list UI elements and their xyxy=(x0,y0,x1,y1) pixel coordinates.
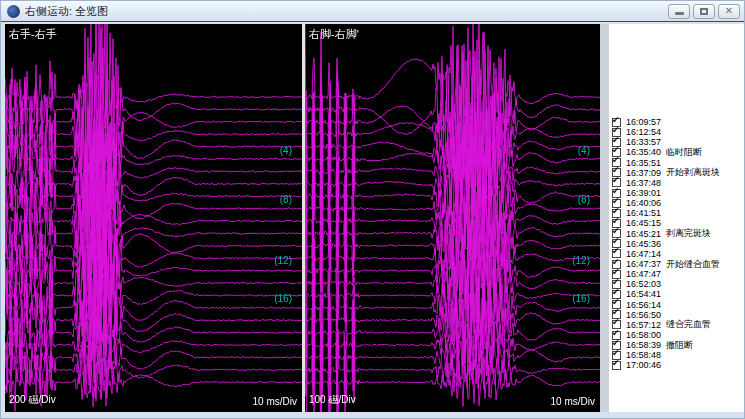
restore-button[interactable] xyxy=(693,4,715,19)
waveform-canvas-right-foot xyxy=(305,24,600,412)
event-note: 缝合完血管 xyxy=(666,318,711,331)
event-note: 剥离完斑块 xyxy=(666,227,711,240)
event-time: 16:45:21 xyxy=(626,229,661,239)
event-item[interactable]: ✔16:47:47 xyxy=(612,269,744,279)
event-time: 16:56:14 xyxy=(626,300,661,310)
event-time: 16:39:01 xyxy=(626,188,661,198)
event-note: 撤阻断 xyxy=(666,339,693,352)
panel-title: 右手-右手 xyxy=(9,27,57,42)
event-time: 16:12:54 xyxy=(626,127,661,137)
trace-count-label: (16) xyxy=(274,293,292,304)
event-item[interactable]: ✔16:40:06 xyxy=(612,198,744,208)
event-item[interactable]: ✔16:58:48 xyxy=(612,350,744,360)
event-item[interactable]: ✔16:37:48 xyxy=(612,178,744,188)
amplitude-scale-label: 100 礠/Div xyxy=(309,393,356,407)
event-time: 16:45:36 xyxy=(626,239,661,249)
event-checkbox[interactable]: ✔ xyxy=(612,361,621,370)
event-time: 16:54:41 xyxy=(626,289,661,299)
event-time: 16:41:51 xyxy=(626,208,661,218)
event-time: 16:58:48 xyxy=(626,350,661,360)
event-item[interactable]: ✔16:45:21剥离完斑块 xyxy=(612,229,744,239)
event-time: 16:37:09 xyxy=(626,168,661,178)
event-time: 16:09:57 xyxy=(626,117,661,127)
app-window: 右侧运动: 全览图 ✕ 右手-右手 200 礠/Div 10 ms/Div (4… xyxy=(0,0,745,419)
trace-count-label: (4) xyxy=(578,145,590,156)
close-button[interactable]: ✕ xyxy=(718,4,740,19)
app-icon xyxy=(7,5,20,18)
event-item[interactable]: ✔16:58:39撤阻断 xyxy=(612,340,744,350)
waveform-panel-right-foot: 右脚-右脚' 100 礠/Div 10 ms/Div (4)(8)(12)(16… xyxy=(305,24,600,412)
trace-count-label: (4) xyxy=(280,145,292,156)
event-time: 16:58:39 xyxy=(626,340,661,350)
waveform-canvas-right-hand xyxy=(5,24,302,412)
restore-icon xyxy=(700,8,708,15)
event-time: 16:58:00 xyxy=(626,330,661,340)
event-item[interactable]: ✔17:00:46 xyxy=(612,360,744,370)
event-time: 17:00:46 xyxy=(626,360,661,370)
event-item[interactable]: ✔16:35:40临时阻断 xyxy=(612,147,744,157)
event-item[interactable]: ✔16:41:51 xyxy=(612,208,744,218)
panel-title: 右脚-右脚' xyxy=(309,27,359,42)
window-title: 右侧运动: 全览图 xyxy=(25,4,108,19)
event-item[interactable]: ✔16:52:03 xyxy=(612,279,744,289)
event-note: 临时阻断 xyxy=(666,146,702,159)
event-item[interactable]: ✔16:57:12缝合完血管 xyxy=(612,320,744,330)
event-time: 16:56:50 xyxy=(626,310,661,320)
title-bar[interactable]: 右侧运动: 全览图 ✕ xyxy=(1,1,744,21)
panel-sidebar-gap xyxy=(600,24,609,412)
trace-count-label: (8) xyxy=(578,194,590,205)
event-item[interactable]: ✔16:54:41 xyxy=(612,289,744,299)
waveform-panel-right-hand: 右手-右手 200 礠/Div 10 ms/Div (4)(8)(12)(16) xyxy=(5,24,302,412)
event-time: 16:47:37 xyxy=(626,259,661,269)
event-item[interactable]: ✔16:09:57 xyxy=(612,117,744,127)
minimize-icon xyxy=(675,12,684,15)
event-time: 16:57:12 xyxy=(626,320,661,330)
time-scale-label: 10 ms/Div xyxy=(551,396,595,407)
event-item[interactable]: ✔16:12:54 xyxy=(612,127,744,137)
trace-count-label: (8) xyxy=(280,194,292,205)
event-time: 16:37:48 xyxy=(626,178,661,188)
event-time: 16:35:40 xyxy=(626,147,661,157)
event-item[interactable]: ✔16:37:09开始剥离斑块 xyxy=(612,168,744,178)
minimize-button[interactable] xyxy=(668,4,690,19)
event-time: 16:40:06 xyxy=(626,198,661,208)
event-item[interactable]: ✔16:56:14 xyxy=(612,300,744,310)
time-scale-label: 10 ms/Div xyxy=(253,396,297,407)
event-time: 16:33:57 xyxy=(626,137,661,147)
event-time: 16:47:47 xyxy=(626,269,661,279)
event-note: 开始缝合血管 xyxy=(666,258,720,271)
event-list: ✔16:09:57✔16:12:54✔16:33:57✔16:35:40临时阻断… xyxy=(609,24,744,371)
client-area: 右手-右手 200 礠/Div 10 ms/Div (4)(8)(12)(16)… xyxy=(1,21,744,418)
close-icon: ✕ xyxy=(725,6,733,16)
event-time: 16:52:03 xyxy=(626,279,661,289)
event-time: 16:47:14 xyxy=(626,249,661,259)
event-note: 开始剥离斑块 xyxy=(666,166,720,179)
event-item[interactable]: ✔16:45:36 xyxy=(612,239,744,249)
event-time: 16:35:51 xyxy=(626,158,661,168)
trace-count-label: (16) xyxy=(572,293,590,304)
trace-count-label: (12) xyxy=(572,255,590,266)
trace-count-label: (12) xyxy=(274,255,292,266)
event-item[interactable]: ✔16:39:01 xyxy=(612,188,744,198)
window-controls: ✕ xyxy=(668,4,740,19)
event-sidebar: ✔16:09:57✔16:12:54✔16:33:57✔16:35:40临时阻断… xyxy=(609,24,744,412)
event-time: 16:45:15 xyxy=(626,218,661,228)
event-item[interactable]: ✔16:47:37开始缝合血管 xyxy=(612,259,744,269)
amplitude-scale-label: 200 礠/Div xyxy=(9,393,56,407)
